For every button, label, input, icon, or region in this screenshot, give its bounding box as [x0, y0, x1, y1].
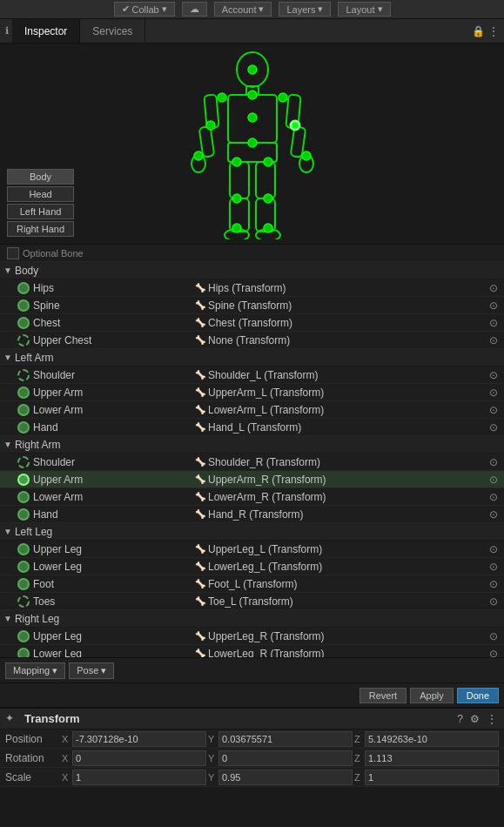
apply-button[interactable]: Apply	[410, 688, 454, 703]
transform-icon: 🦴	[195, 283, 205, 292]
bone-row-rl-lower-leg[interactable]: Lower Leg 🦴 LowerLeg_R (Transform) ⊙	[0, 645, 504, 657]
bone-row-ll-lower-leg[interactable]: Lower Leg 🦴 LowerLeg_L (Transform) ⊙	[0, 558, 504, 575]
gear-button-r-hand[interactable]: ⊙	[487, 508, 501, 521]
tab-inspector[interactable]: Inspector	[12, 19, 80, 43]
avatar-btn-body[interactable]: Body	[7, 169, 74, 185]
bone-icon-ll-toes	[17, 595, 30, 608]
cloud-button[interactable]: ☁	[182, 2, 207, 17]
bone-row-ll-upper-leg[interactable]: Upper Leg 🦴 UpperLeg_L (Transform) ⊙	[0, 541, 504, 558]
rotation-z-input[interactable]	[365, 750, 499, 766]
bone-icon-ll-upper-leg	[17, 543, 30, 555]
gear-button-hips[interactable]: ⊙	[487, 281, 501, 295]
rotation-label: Rotation	[5, 752, 62, 764]
bone-icon-r-shoulder	[17, 456, 30, 468]
action-btn-row: Revert Apply Done	[0, 683, 504, 708]
bone-row-r-hand[interactable]: Hand 🦴 Hand_R (Transform) ⊙	[0, 506, 504, 523]
optional-bone-checkbox[interactable]	[7, 247, 19, 259]
collab-button[interactable]: ✔ Collab ▾	[114, 2, 175, 17]
svg-point-16	[248, 65, 257, 74]
scale-z-input[interactable]	[365, 770, 499, 785]
bone-row-hips[interactable]: Hips 🦴 Hips (Transform) ⊙	[0, 279, 504, 297]
gear-button-l-lower-arm[interactable]: ⊙	[487, 403, 501, 417]
svg-point-31	[264, 224, 272, 232]
bone-icon-rl-lower-leg	[17, 648, 30, 658]
scale-x-input[interactable]	[72, 770, 206, 785]
bone-row-ll-toes[interactable]: Toes 🦴 Toe_L (Transform) ⊙	[0, 593, 504, 610]
bone-row-l-lower-arm[interactable]: Lower Arm 🦴 LowerArm_L (Transform) ⊙	[0, 401, 504, 419]
bone-row-chest[interactable]: Chest 🦴 Chest (Transform) ⊙	[0, 314, 504, 332]
gear-button-l-hand[interactable]: ⊙	[487, 420, 501, 434]
rotation-y-input[interactable]	[218, 750, 353, 766]
svg-rect-13	[256, 162, 275, 198]
bone-row-r-shoulder[interactable]: Shoulder 🦴 Shoulder_R (Transform) ⊙	[0, 454, 504, 471]
arrow-icon: ▼	[3, 614, 12, 623]
gear-button-ll-lower-leg[interactable]: ⊙	[487, 560, 501, 574]
bone-row-l-shoulder[interactable]: Shoulder 🦴 Shoulder_L (Transform) ⊙	[0, 366, 504, 384]
avatar-btn-left-hand[interactable]: Left Hand	[7, 204, 74, 219]
transform-panel: ✦ Transform ? ⚙ ⋮ Position X Y Z Rota	[0, 708, 504, 787]
group-header-left-leg[interactable]: ▼ Left Leg	[0, 523, 504, 541]
position-x-input[interactable]	[72, 731, 206, 747]
gear-button-r-lower-arm[interactable]: ⊙	[487, 490, 501, 504]
pose-button[interactable]: Pose ▾	[69, 662, 114, 679]
rotation-x-input[interactable]	[72, 750, 206, 766]
transform-settings-button[interactable]: ⚙	[468, 713, 481, 725]
bone-icon-r-hand	[17, 508, 30, 521]
gear-button-rl-lower-leg[interactable]: ⊙	[487, 647, 501, 658]
layers-button[interactable]: Layers ▾	[279, 2, 331, 17]
bone-list[interactable]: Optional Bone ▼ Body Hips 🦴 Hips (Transf…	[0, 244, 504, 657]
layout-button[interactable]: Layout ▾	[338, 2, 390, 17]
mapping-button[interactable]: Mapping ▾	[5, 662, 65, 679]
bone-row-l-hand[interactable]: Hand 🦴 Hand_L (Transform) ⊙	[0, 419, 504, 436]
cloud-icon: ☁	[190, 3, 199, 15]
position-label: Position	[5, 733, 62, 745]
bone-row-ll-foot[interactable]: Foot 🦴 Foot_L (Transform) ⊙	[0, 575, 504, 593]
bone-row-rl-upper-leg[interactable]: Upper Leg 🦴 UpperLeg_R (Transform) ⊙	[0, 628, 504, 645]
bone-row-l-upper-arm[interactable]: Upper Arm 🦴 UpperArm_L (Transform) ⊙	[0, 384, 504, 401]
bone-icon-l-upper-arm	[17, 387, 30, 399]
group-header-body[interactable]: ▼ Body	[0, 262, 504, 279]
gear-button-ll-foot[interactable]: ⊙	[487, 577, 501, 591]
bone-row-spine[interactable]: Spine 🦴 Spine (Transform) ⊙	[0, 297, 504, 314]
scale-label: Scale	[5, 771, 62, 783]
gear-button-r-upper-arm[interactable]: ⊙	[487, 473, 501, 487]
gear-button-chest[interactable]: ⊙	[487, 316, 501, 330]
dropdown-icon: ▾	[101, 665, 106, 676]
avatar-btn-head[interactable]: Head	[7, 186, 74, 202]
position-z-input[interactable]	[365, 731, 499, 747]
gear-button-spine[interactable]: ⊙	[487, 299, 501, 313]
gear-button-l-upper-arm[interactable]: ⊙	[487, 386, 501, 400]
transform-help-button[interactable]: ?	[455, 713, 465, 725]
bone-row-r-upper-arm[interactable]: Upper Arm 🦴 UpperArm_R (Transform) ⊙	[0, 471, 504, 488]
gear-button-ll-toes[interactable]: ⊙	[487, 595, 501, 608]
menu-icon[interactable]: ⋮	[488, 25, 499, 37]
scale-y-input[interactable]	[218, 770, 353, 785]
bone-icon-rl-upper-leg	[17, 630, 30, 642]
done-button[interactable]: Done	[457, 688, 499, 703]
bone-icon-l-hand	[17, 421, 30, 434]
group-header-right-arm[interactable]: ▼ Right Arm	[0, 436, 504, 454]
bone-icon-upper-chest	[17, 334, 30, 346]
position-y-input[interactable]	[218, 731, 353, 747]
arrow-icon: ▼	[3, 527, 12, 536]
group-header-right-leg[interactable]: ▼ Right Leg	[0, 610, 504, 628]
revert-button[interactable]: Revert	[360, 688, 407, 703]
svg-point-27	[232, 194, 241, 203]
inspector-icon: ℹ	[5, 25, 9, 37]
gear-button-l-shoulder[interactable]: ⊙	[487, 368, 501, 382]
svg-point-23	[279, 93, 287, 102]
transform-header-icon: ✦	[5, 712, 19, 726]
gear-button-ll-upper-leg[interactable]: ⊙	[487, 542, 501, 556]
bone-row-r-lower-arm[interactable]: Lower Arm 🦴 LowerArm_R (Transform) ⊙	[0, 488, 504, 506]
gear-button-rl-upper-leg[interactable]: ⊙	[487, 629, 501, 643]
tab-services[interactable]: Services	[80, 19, 145, 43]
avatar-btn-right-hand[interactable]: Right Hand	[7, 221, 74, 237]
gear-button-r-shoulder[interactable]: ⊙	[487, 455, 501, 469]
group-header-left-arm[interactable]: ▼ Left Arm	[0, 349, 504, 366]
avatar-section: Body Head Left Hand Right Hand	[0, 44, 504, 244]
gear-button-upper-chest[interactable]: ⊙	[487, 333, 501, 347]
bone-row-upper-chest[interactable]: Upper Chest 🦴 None (Transform) ⊙	[0, 332, 504, 349]
transform-menu-button[interactable]: ⋮	[485, 713, 499, 725]
avatar-button-group: Body Head Left Hand Right Hand	[7, 169, 74, 237]
account-button[interactable]: Account ▾	[214, 2, 272, 17]
